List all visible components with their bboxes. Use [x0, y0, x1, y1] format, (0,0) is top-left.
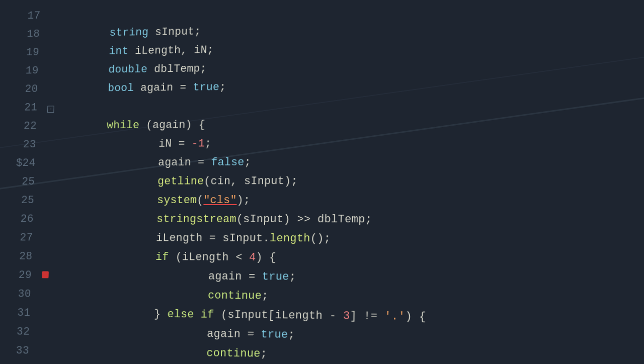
line-number: 20 [12, 83, 47, 96]
line-number: 28 [7, 250, 41, 263]
editor-container: 17 string sInput; 18 int iLength, iN; 19… [0, 0, 644, 364]
code-line-26: 26 iLength = sInput.length(); [8, 210, 644, 230]
code-line-23: 23 again = false; [10, 132, 644, 154]
line-number: $24 [10, 157, 44, 169]
code-line-24: $24 getline(cin, sInput); [10, 151, 644, 172]
gutter-fold[interactable]: - [46, 106, 55, 113]
code-line-25a: 25 system("cls"); [9, 171, 644, 191]
line-number: 21 [12, 102, 46, 114]
line-number: 32 [4, 325, 39, 338]
line-number: 26 [8, 213, 42, 226]
line-number: 33 [3, 344, 38, 357]
line-number: 17 [15, 10, 49, 22]
line-number: 25 [9, 175, 44, 188]
line-number: 19 [14, 46, 48, 59]
line-number: 27 [7, 232, 42, 244]
line-number: 19 [13, 65, 48, 77]
code-area: 17 string sInput; 18 int iLength, iN; 19… [3, 0, 644, 364]
gutter-breakpoint[interactable] [40, 271, 50, 278]
fold-icon[interactable]: - [47, 106, 54, 113]
breakpoint-marker[interactable] [42, 271, 49, 278]
line-number: 31 [5, 307, 40, 319]
code-line-25b: 25 stringstream(sInput) >> dblTemp; [8, 191, 644, 210]
line-number: 30 [5, 288, 40, 300]
line-number: 29 [6, 269, 40, 282]
code-text: } while (++iN < iLength) { [46, 342, 329, 364]
line-number: 23 [10, 138, 45, 151]
line-number: 22 [11, 120, 46, 133]
code-line-27: 27 if (iLength < 4) { [7, 229, 644, 250]
code-text [56, 80, 63, 99]
line-number: 18 [14, 28, 49, 41]
line-number: 25 [9, 194, 43, 206]
